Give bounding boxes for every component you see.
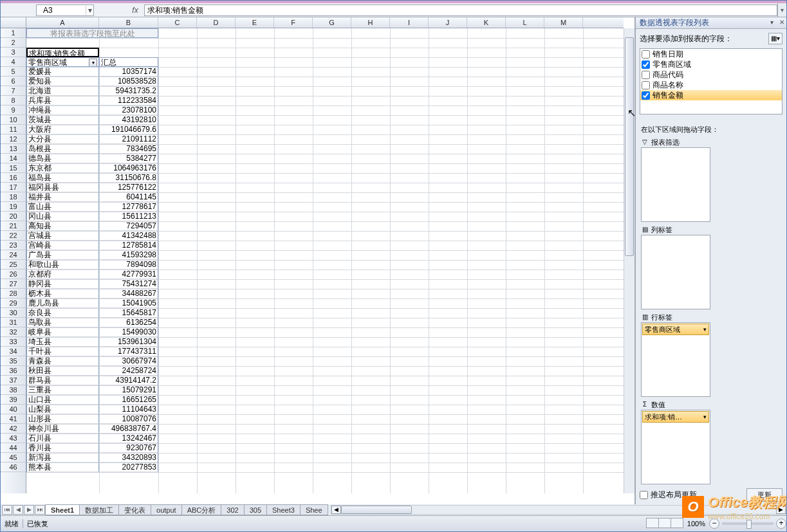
cell[interactable]: 山形县: [26, 414, 99, 424]
row-header-11[interactable]: 11: [1, 125, 26, 134]
row-header-20[interactable]: 20: [1, 212, 26, 221]
defer-update-checkbox[interactable]: [640, 491, 648, 499]
row-header-32[interactable]: 32: [1, 327, 26, 337]
cell[interactable]: 千叶县: [26, 347, 99, 356]
formula-bar-expand-icon[interactable]: ▾: [777, 3, 786, 17]
cell[interactable]: 59431735.2: [99, 86, 158, 96]
row-header-41[interactable]: 41: [1, 414, 26, 424]
columns-drop-area[interactable]: [641, 235, 710, 309]
row-header-16[interactable]: 16: [1, 173, 26, 183]
cell[interactable]: 153961304: [99, 337, 158, 347]
cell[interactable]: 兵库县: [26, 96, 99, 105]
cell[interactable]: 新泻县: [26, 453, 99, 463]
field-item[interactable]: 销售日期: [640, 49, 782, 59]
tab-nav-last[interactable]: ⏭: [35, 505, 45, 515]
row-header-8[interactable]: 8: [1, 96, 26, 105]
cell[interactable]: 石川县: [26, 434, 99, 443]
cell[interactable]: 15079291: [99, 385, 158, 395]
filter-drop-area[interactable]: [641, 147, 710, 222]
cell[interactable]: 福岛县: [26, 173, 99, 183]
cell[interactable]: 秋田县: [26, 366, 99, 376]
row-header-37[interactable]: 37: [1, 376, 26, 385]
field-pane-close-icon[interactable]: ✕: [777, 19, 786, 28]
cell[interactable]: 112233584: [99, 96, 158, 105]
row-header-6[interactable]: 6: [1, 77, 26, 86]
sheet-tab[interactable]: Sheet1: [45, 504, 80, 515]
cell[interactable]: 熊本县: [26, 463, 99, 472]
cell[interactable]: 宫崎县: [26, 241, 99, 250]
cell[interactable]: 大分县: [26, 134, 99, 144]
cell[interactable]: 将报表筛选字段拖至此处: [26, 28, 158, 38]
layout-options-button[interactable]: ▦▾: [768, 33, 782, 44]
cell[interactable]: 福井县: [26, 192, 99, 202]
cell[interactable]: 30667974: [99, 356, 158, 366]
cell[interactable]: 10087076: [99, 414, 158, 424]
cell[interactable]: 汇总: [99, 57, 158, 67]
fx-icon[interactable]: fx: [130, 6, 140, 15]
col-header-D[interactable]: D: [197, 17, 236, 28]
cell[interactable]: 31150676.8: [99, 173, 158, 183]
cell[interactable]: 11104643: [99, 405, 158, 414]
cell[interactable]: 广岛县: [26, 250, 99, 260]
sheet-tab[interactable]: 302: [221, 504, 244, 515]
cell[interactable]: 鸟取县: [26, 318, 99, 327]
row-header-35[interactable]: 35: [1, 356, 26, 366]
sheet-tab[interactable]: output: [151, 504, 182, 515]
cell[interactable]: 108538528: [99, 77, 158, 86]
cell[interactable]: 7834695: [99, 144, 158, 154]
cell[interactable]: 7894098: [99, 260, 158, 270]
cell[interactable]: 75431274: [99, 279, 158, 289]
col-header-H[interactable]: H: [351, 17, 390, 28]
col-header-L[interactable]: L: [506, 17, 544, 28]
cell[interactable]: 爱知县: [26, 77, 99, 86]
cell[interactable]: 15041905: [99, 298, 158, 308]
cell[interactable]: 福冈县县: [26, 183, 99, 192]
row-header-2[interactable]: 2: [1, 38, 26, 48]
cell[interactable]: 7294057: [99, 221, 158, 231]
vertical-scrollbar[interactable]: [624, 28, 634, 493]
field-checkbox[interactable]: [642, 71, 650, 79]
cell[interactable]: 10357174: [99, 67, 158, 77]
field-item[interactable]: 商品代码: [640, 69, 782, 80]
col-header-E[interactable]: E: [236, 17, 274, 28]
cell[interactable]: 冈山县: [26, 212, 99, 221]
cell[interactable]: 12785814: [99, 241, 158, 250]
row-header-9[interactable]: 9: [1, 105, 26, 115]
row-header-21[interactable]: 21: [1, 221, 26, 231]
col-header-G[interactable]: G: [313, 17, 351, 28]
field-checkbox[interactable]: [642, 81, 650, 89]
cell[interactable]: 43914147.2: [99, 376, 158, 385]
cell[interactable]: 冲绳县: [26, 105, 99, 115]
dropdown-icon[interactable]: ▾: [703, 326, 707, 333]
cell[interactable]: 496838767.4: [99, 424, 158, 434]
cell[interactable]: 34320893: [99, 453, 158, 463]
tab-nav-prev[interactable]: ◀: [13, 505, 23, 515]
cell[interactable]: 大阪府: [26, 125, 99, 134]
field-checkbox[interactable]: [642, 50, 650, 59]
dropdown-icon[interactable]: ▾: [703, 414, 707, 420]
row-header-23[interactable]: 23: [1, 241, 26, 250]
row-header-31[interactable]: 31: [1, 318, 26, 327]
cell[interactable]: 爱媛县: [26, 67, 99, 77]
sheet-tab[interactable]: Sheet3: [266, 504, 301, 515]
cell[interactable]: 富山县: [26, 202, 99, 212]
col-header-B[interactable]: B: [99, 17, 158, 28]
column-headers[interactable]: ABCDEFGHIJKLM: [26, 17, 624, 28]
row-header-28[interactable]: 28: [1, 289, 26, 298]
cell[interactable]: 20277853: [99, 463, 158, 472]
col-header-A[interactable]: A: [26, 17, 99, 28]
sheet-tab[interactable]: Shee: [300, 504, 328, 515]
cell[interactable]: 12778617: [99, 202, 158, 212]
cell[interactable]: 6041145: [99, 192, 158, 202]
field-item[interactable]: 商品名称: [640, 80, 782, 90]
row-header-4[interactable]: 4: [1, 57, 26, 67]
cell[interactable]: 21091112: [99, 134, 158, 144]
col-header-I[interactable]: I: [390, 17, 429, 28]
cell[interactable]: 24258724: [99, 366, 158, 376]
cell[interactable]: 15499030: [99, 327, 158, 337]
row-header-15[interactable]: 15: [1, 163, 26, 173]
cell[interactable]: 东京都: [26, 163, 99, 173]
tab-nav-first[interactable]: ⏮: [2, 505, 12, 515]
cell[interactable]: 15645817: [99, 308, 158, 318]
col-header-C[interactable]: C: [158, 17, 197, 28]
